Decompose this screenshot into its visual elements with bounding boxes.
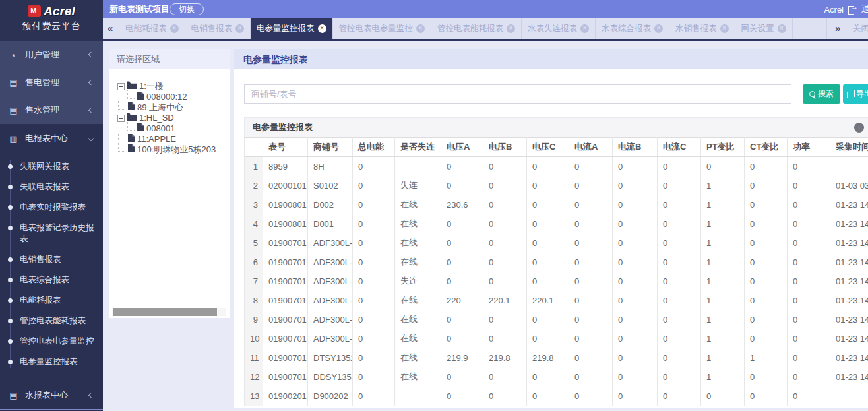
tab-item[interactable]: 管控电表能耗报表× [431, 18, 522, 39]
row-number-cell: 3 [245, 195, 263, 214]
electric-report-center-icon: ▥ [8, 134, 19, 144]
tree-node-leaf[interactable]: 008001 [117, 123, 230, 134]
tab-item[interactable]: 水销售报表× [669, 18, 735, 39]
collapse-panel-icon[interactable]: ↑ [854, 123, 864, 133]
scroll-tabs-left-icon[interactable]: « [108, 18, 113, 38]
table-cell: 在线 [395, 234, 441, 253]
table-row[interactable]: 11019007010DTSY13520在线219.9219.8219.8000… [245, 348, 868, 367]
tab-item[interactable]: 水表综合报表× [596, 18, 669, 39]
tree-node-label[interactable]: 008001 [146, 123, 175, 134]
table-cell: 1 [701, 367, 745, 387]
tab-close-icon[interactable]: × [507, 24, 515, 33]
table-cell: 0 [441, 176, 483, 195]
table-cell: 在线 [395, 253, 441, 272]
tree-node-leaf[interactable]: 11:APPLE [117, 134, 230, 144]
tree-horizontal-scrollbar[interactable] [112, 308, 226, 316]
table-cell: ADF300L-4 [308, 234, 353, 253]
tree-node-label[interactable]: 1:一楼 [139, 81, 164, 92]
username[interactable]: Acrel [824, 5, 844, 15]
tab-close-icon[interactable]: × [580, 24, 589, 33]
table-cell: 在线 [395, 310, 441, 329]
tree-node-label[interactable]: 11:APPLE [137, 134, 176, 144]
table-cell: 0 [569, 291, 613, 310]
table-cell: 0 [788, 329, 830, 348]
tree-node-leaf[interactable]: 100:明珠物业5栋203 [117, 144, 230, 155]
tab-item[interactable]: 电能耗报表× [119, 18, 185, 39]
scroll-tabs-right-icon[interactable]: » [835, 18, 840, 38]
table-cell: 019007012 [263, 272, 308, 291]
table-cell: 0 [788, 367, 830, 387]
table-cell: 0 [613, 195, 658, 214]
sidebar-subitem[interactable]: 电能耗报表 [0, 290, 103, 311]
search-button[interactable]: 搜索 [803, 84, 840, 104]
table-row[interactable]: 7019007012ADF300L-40失连00000010001-23 14: [245, 272, 868, 291]
tree-node-label[interactable]: 89:上海中心 [137, 102, 183, 113]
search-input[interactable] [244, 84, 791, 104]
table-row[interactable]: 6019007012ADF300L-40在线00000010001-23 14: [245, 253, 868, 272]
tab-item[interactable]: 管控电表电参量监控× [333, 18, 432, 39]
table-row[interactable]: 2020001010S01020失连00000010001-03 03: [245, 176, 868, 195]
sidebar-item-electricity-sales[interactable]: ▤售电管理 [0, 69, 103, 96]
sidebar-subitem[interactable]: 电参量监控报表 [0, 352, 103, 372]
tree-node-leaf[interactable]: 008000:12 [117, 92, 230, 102]
row-number-cell: 9 [245, 310, 263, 329]
table-cell: 0 [788, 214, 830, 234]
table-cell: ADF300L-4 [308, 272, 353, 291]
table-row[interactable]: 189598H0000000000 [245, 157, 868, 176]
tab-item[interactable]: 电参量监控报表× [251, 18, 333, 39]
sidebar-item-water-report-center[interactable]: ▤水报表中心 [0, 381, 103, 410]
table-row[interactable]: 8019007012ADF300L-40在线220220.1220.100010… [245, 291, 868, 310]
report-table: 表号商铺号总电能是否失连电压A电压B电压C电流A电流B电流CPT变比CT变比功率… [244, 137, 868, 406]
table-row[interactable]: 5019007013ADF300L-40在线00000010001-23 14: [245, 234, 868, 253]
table-cell: 0 [569, 253, 613, 272]
table-cell: 在线 [395, 329, 441, 348]
tab-close-icon[interactable]: × [778, 24, 786, 33]
table-row[interactable]: 13019002010D9002020000000000 [245, 387, 868, 406]
tree-collapse-expander-icon[interactable] [117, 83, 125, 90]
table-cell: 0 [788, 387, 830, 406]
tab-close-icon[interactable]: × [654, 24, 663, 33]
sidebar-item-water-sales[interactable]: ▤售水管理 [0, 96, 103, 124]
table-cell: 0 [788, 234, 830, 253]
logout-icon[interactable] [848, 6, 857, 13]
table-cell: 0 [569, 367, 613, 387]
sidebar-subitem[interactable]: 电表报警记录历史报表 [0, 218, 103, 249]
sidebar-subitem[interactable]: 管控电表电参量监控 [0, 331, 103, 352]
tab-close-icon[interactable]: × [318, 24, 326, 33]
sidebar-subitem[interactable]: 管控电表能耗报表 [0, 311, 103, 331]
tree-node-label[interactable]: 100:明珠物业5栋203 [137, 144, 216, 155]
table-row[interactable]: 9019007012ADF300L-40在线00000010001-23 14: [245, 310, 868, 329]
table-row[interactable]: 12019007010DDSY13520在线00000010001-23 14: [245, 367, 868, 387]
tree-node-leaf[interactable]: 89:上海中心 [117, 102, 230, 113]
tab-item[interactable]: 网关设置× [735, 18, 793, 39]
sidebar-subitem[interactable]: 电表实时报警报表 [0, 197, 103, 218]
tree-collapse-expander-icon[interactable] [117, 115, 125, 122]
sidebar-subitem[interactable]: 电销售报表 [0, 249, 103, 270]
sidebar-subitem[interactable]: 失联电表报表 [0, 177, 103, 197]
tab-item[interactable]: 水表失连报表× [522, 18, 596, 39]
tab-close-icon[interactable]: × [170, 24, 179, 33]
tab-close-icon[interactable]: × [720, 24, 729, 33]
close-all-tabs-button[interactable]: 关闭 [853, 18, 868, 38]
scrollbar-thumb[interactable] [113, 308, 217, 316]
tree-connector [118, 143, 125, 152]
tab-close-icon[interactable]: × [235, 24, 244, 33]
table-row[interactable]: 10019007012ADF300L-30在线00000010001-23 14… [245, 329, 868, 348]
table-row[interactable]: 4019008010D0010在线00000010001-23 14: [245, 214, 868, 234]
tab-item[interactable]: 电销售报表× [185, 18, 251, 39]
table-row[interactable]: 3019008010D0020在线230.60000010001-23 14: [245, 195, 868, 214]
switch-project-button[interactable]: 切换 [170, 3, 204, 15]
chevron-left-icon [88, 108, 94, 113]
tree-node-label[interactable]: 1:HL_SD [139, 113, 174, 123]
sidebar-subitem[interactable]: 电表综合报表 [0, 270, 103, 290]
table-cell: 019007012 [263, 329, 308, 348]
sidebar-subitem[interactable]: 失联网关报表 [0, 156, 103, 177]
sidebar-item-electric-report-center[interactable]: ▥电报表中心 [0, 124, 103, 153]
export-button[interactable]: 导出 [843, 84, 868, 104]
column-header: 电压B [483, 138, 527, 157]
tab-close-icon[interactable]: × [416, 24, 425, 33]
table-cell: 0 [353, 348, 395, 367]
sidebar-item-users[interactable]: *用户管理 [0, 41, 103, 69]
logout-label[interactable]: 退出 [861, 3, 868, 15]
tree-node-label[interactable]: 008000:12 [146, 92, 187, 102]
